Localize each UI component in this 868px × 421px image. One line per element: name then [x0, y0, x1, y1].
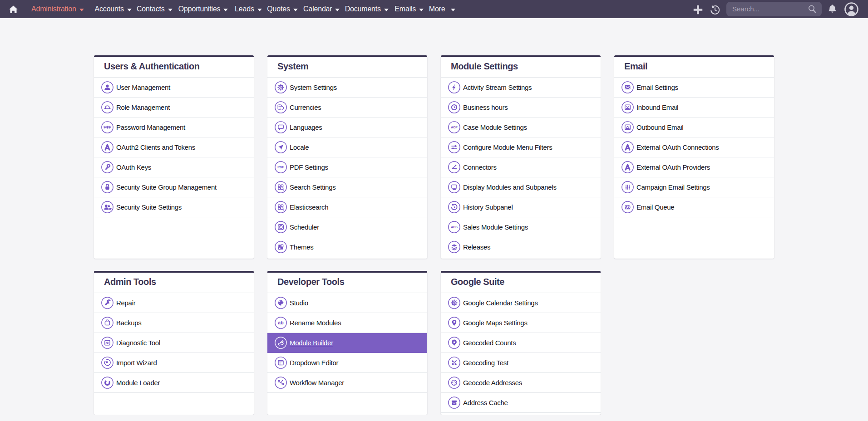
- svg-text:PDF: PDF: [277, 165, 284, 169]
- svg-text:ab: ab: [278, 320, 283, 325]
- svg-text:AOS: AOS: [451, 225, 458, 229]
- svg-text:AOP: AOP: [451, 126, 458, 129]
